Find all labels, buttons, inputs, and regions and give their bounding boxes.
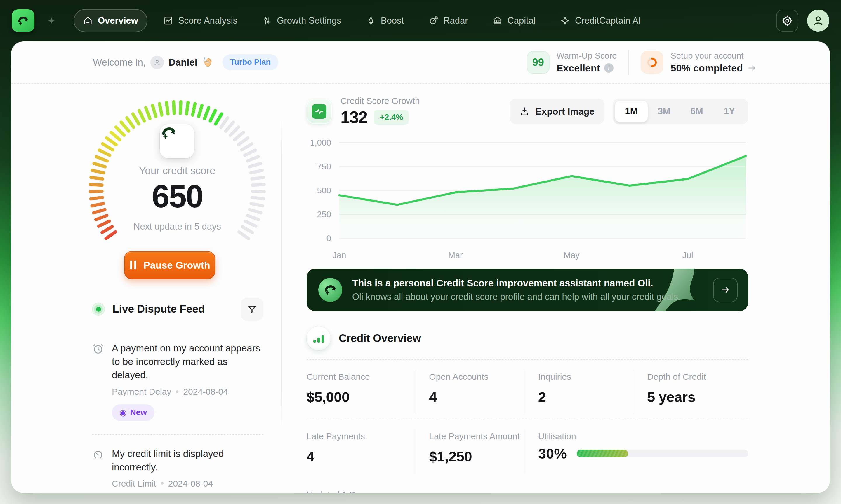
column-divider xyxy=(281,117,281,429)
nav-item-boost[interactable]: Boost xyxy=(357,9,413,32)
pause-growth-label: Pause Growth xyxy=(143,259,210,271)
nav-label-creditcaptain-ai: Capital xyxy=(507,16,535,26)
dispute-feed-header: Live Dispute Feed xyxy=(92,298,263,321)
pause-icon xyxy=(129,260,138,270)
export-image-button[interactable]: Export Image xyxy=(510,98,604,124)
stat-current-balance: Current Balance $5,000 xyxy=(307,370,415,414)
dispute-feed-list: A payment on my account appears to be in… xyxy=(92,329,263,493)
nav-item-radar[interactable]: Radar xyxy=(419,9,477,32)
nav-label-radar: Radar xyxy=(443,16,468,26)
range-tab-1y[interactable]: 1Y xyxy=(713,101,746,122)
dispute-item[interactable]: My credit limit is displayed incorrectly… xyxy=(92,434,263,493)
warmup-score-label: Warm-Up Score xyxy=(556,51,617,61)
gauge-title: Your credit score xyxy=(84,165,271,177)
refresh-swoosh-icon xyxy=(160,124,178,142)
warmup-score-block[interactable]: 99 Warm-Up Score Excellenti xyxy=(527,51,617,74)
oli-logo xyxy=(318,278,342,302)
dispute-category: Credit Limit xyxy=(112,479,156,488)
setup-progress-text: 50% completed xyxy=(670,62,743,74)
gear-icon xyxy=(782,15,793,26)
profile-avatar[interactable] xyxy=(807,10,829,32)
next-update-text: Next update in 5 days xyxy=(84,221,271,232)
updated-timestamp: Updated 1 Days ago xyxy=(307,490,748,493)
credit-overview-title: Credit Overview xyxy=(339,332,421,344)
dispute-title: My credit limit is displayed incorrectly… xyxy=(112,447,263,474)
nav-item-growth-settings[interactable]: Growth Settings xyxy=(253,9,350,32)
setup-progress-tile xyxy=(641,51,664,74)
svg-text:0: 0 xyxy=(326,234,331,243)
setup-label: Setup your account xyxy=(670,51,757,61)
ai-star-icon xyxy=(560,16,570,26)
stat-value: 5 years xyxy=(647,389,748,405)
flame-icon xyxy=(366,16,376,26)
credit-score-value: 650 xyxy=(84,178,271,215)
setup-account-block[interactable]: Setup your account 50% completed xyxy=(641,51,757,74)
chart-title: Credit Score Growth xyxy=(341,96,420,106)
top-nav: Overview Score Analysis Growth Settings … xyxy=(0,0,841,41)
info-icon[interactable]: i xyxy=(604,63,614,73)
plan-badge: Turbo Plan xyxy=(223,54,278,70)
refresh-score-button[interactable] xyxy=(160,124,194,158)
export-image-label: Export Image xyxy=(535,106,595,117)
meta-dot xyxy=(161,482,164,485)
nav-item-capital[interactable]: Capital xyxy=(484,9,544,32)
arrow-right-icon xyxy=(747,63,757,73)
range-tab-6m[interactable]: 6M xyxy=(681,101,713,122)
nav-label-overview: Overview xyxy=(98,16,138,26)
nav-item-score-analysis[interactable]: Score Analysis xyxy=(154,9,246,32)
credit-stats-row-1: Current Balance $5,000 Open Accounts 4 I… xyxy=(307,360,748,417)
nav-label-score-analysis: Score Analysis xyxy=(178,16,237,26)
sliders-icon xyxy=(262,16,272,26)
settings-button[interactable] xyxy=(776,10,799,32)
app-logo-swoosh-icon xyxy=(16,14,30,28)
stat-late-payments-amount: Late Payments Amount $1,250 xyxy=(415,430,525,473)
dispute-date: 2024-08-04 xyxy=(168,479,213,488)
welcome-text: Welcome in, xyxy=(93,57,146,68)
nav-item-overview[interactable]: Overview xyxy=(73,9,148,32)
stat-label: Open Accounts xyxy=(429,372,525,382)
range-segmented-control: 1M 3M 6M 1Y xyxy=(613,98,748,124)
pulse-chart-icon xyxy=(312,104,326,119)
app-logo[interactable] xyxy=(12,9,34,32)
home-icon xyxy=(83,16,93,26)
stat-inquiries: Inquiries 2 xyxy=(525,370,634,414)
stat-label: Late Payments Amount xyxy=(429,431,525,441)
stat-utilisation: Utilisation 30% xyxy=(525,430,748,473)
assistant-banner-title: This is a personal Credit Score improvem… xyxy=(352,278,681,289)
assistant-banner-subtitle: Oli knows all about your credit score pr… xyxy=(352,292,681,302)
warmup-score-tile: 99 xyxy=(527,51,550,74)
feed-filter-button[interactable] xyxy=(241,298,263,321)
sparkle-icon xyxy=(47,17,55,25)
dispute-item[interactable]: A payment on my account appears to be in… xyxy=(92,329,263,434)
warmup-score-status: Excellent xyxy=(556,62,600,74)
chart-header: Credit Score Growth 132 +2.4% Export Ima… xyxy=(307,96,748,127)
pause-growth-button[interactable]: Pause Growth xyxy=(124,251,215,279)
range-tab-1m[interactable]: 1M xyxy=(615,101,648,122)
stat-label: Current Balance xyxy=(307,372,415,382)
svg-text:500: 500 xyxy=(317,186,331,195)
stat-label: Late Payments xyxy=(307,431,415,441)
score-growth-tile xyxy=(307,99,332,124)
chart-delta-badge: +2.4% xyxy=(374,110,409,125)
utilisation-progress-fill xyxy=(577,450,628,457)
stat-value: 4 xyxy=(429,389,525,405)
credit-overview-header: Credit Overview xyxy=(307,326,748,350)
status-badge-new: ◉New xyxy=(112,404,154,421)
bank-icon xyxy=(492,16,502,26)
chart-growth-value: 132 xyxy=(341,108,367,127)
svg-text:750: 750 xyxy=(317,162,331,171)
nav-item-creditcaptain-ai[interactable]: CreditCaptain AI xyxy=(551,9,650,32)
svg-text:Mar: Mar xyxy=(448,251,463,260)
assistant-open-button[interactable] xyxy=(713,278,738,302)
stopwatch-icon xyxy=(92,447,104,493)
alarm-clock-icon xyxy=(92,342,104,421)
funnel-icon xyxy=(247,304,257,314)
radio-dot-icon: ◉ xyxy=(119,408,126,417)
stat-label: Utilisation xyxy=(538,431,748,441)
utilisation-progress-track xyxy=(577,450,748,457)
progress-ring-icon xyxy=(645,56,659,69)
range-tab-3m[interactable]: 3M xyxy=(648,101,681,122)
user-avatar-small xyxy=(150,56,164,69)
dispute-title: A payment on my account appears to be in… xyxy=(112,342,263,382)
oli-swoosh-icon xyxy=(323,282,338,298)
